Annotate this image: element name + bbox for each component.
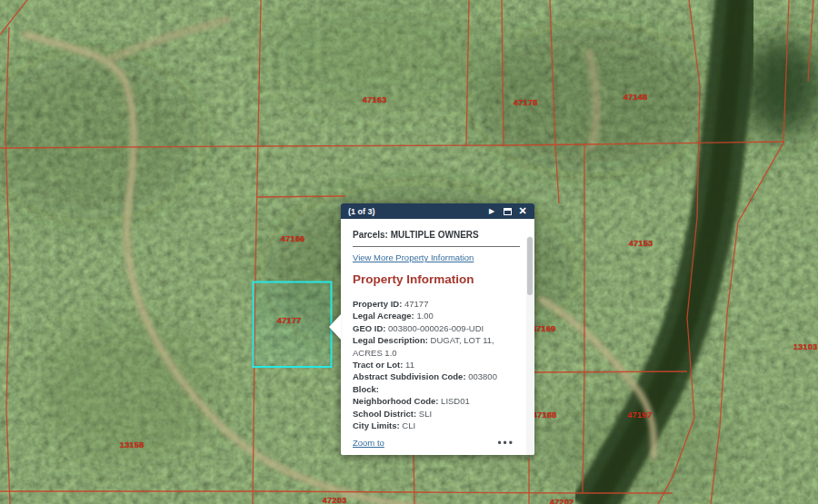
property-field: GEO ID: 003800-000026-009-UDI bbox=[353, 322, 514, 334]
maximize-icon bbox=[504, 208, 512, 215]
parcel-label: 13158 bbox=[120, 440, 145, 450]
property-popup: (1 of 3) ▶ ✕ Parcels: MULTIPLE OWNERS Vi… bbox=[341, 203, 534, 455]
popup-title: Parcels: MULTIPLE OWNERS bbox=[353, 230, 518, 240]
property-field: City Limits: CLI bbox=[353, 420, 514, 431]
close-button[interactable]: ✕ bbox=[516, 204, 529, 218]
property-field: Property ID: 47177 bbox=[353, 298, 514, 310]
parcel-label: 47166 bbox=[281, 234, 305, 243]
parcel-label: 47177 bbox=[277, 316, 302, 325]
next-feature-button[interactable]: ▶ bbox=[485, 204, 498, 218]
parcel-label: 47169 bbox=[532, 324, 556, 333]
popup-footer: Zoom to ••• bbox=[353, 438, 514, 448]
property-field: Legal Acreage: 1.00 bbox=[353, 310, 514, 321]
parcel-label: 47202 bbox=[550, 498, 574, 504]
divider bbox=[353, 246, 520, 247]
popup-body: Parcels: MULTIPLE OWNERS View More Prope… bbox=[341, 219, 534, 455]
parcel-label: 47148 bbox=[623, 93, 648, 102]
property-field: Block: bbox=[353, 383, 514, 395]
parcel-label: 47153 bbox=[629, 239, 653, 248]
parcel-label: 47163 bbox=[363, 95, 387, 104]
more-options-button[interactable]: ••• bbox=[497, 440, 514, 446]
section-heading: Property Information bbox=[353, 272, 520, 286]
parcel-label: 47197 bbox=[628, 410, 653, 420]
parcel-label: 47188 bbox=[533, 410, 557, 420]
parcel-label: 47178 bbox=[514, 98, 538, 107]
parcel-label: 13103 bbox=[793, 342, 818, 351]
map-viewport[interactable]: 4716347178471484716647177471534716913103… bbox=[0, 0, 818, 504]
property-field: School District: SLI bbox=[353, 408, 514, 420]
scrollbar-thumb[interactable] bbox=[527, 237, 533, 295]
property-field: Legal Description: DUGAT, LOT 11, ACRES … bbox=[353, 334, 514, 359]
close-icon: ✕ bbox=[518, 206, 526, 216]
popup-pager: (1 of 3) bbox=[348, 207, 483, 216]
zoom-to-link[interactable]: Zoom to bbox=[353, 438, 384, 448]
more-property-info-link[interactable]: View More Property Information bbox=[353, 252, 474, 262]
parcel-label: 47203 bbox=[323, 496, 347, 504]
popup-anchor-arrow bbox=[329, 314, 341, 340]
popup-fields: Property ID: 47177Legal Acreage: 1.00GEO… bbox=[353, 298, 514, 431]
property-field: Tract or Lot: 11 bbox=[353, 359, 514, 371]
popup-header: (1 of 3) ▶ ✕ bbox=[341, 203, 534, 219]
popup-scrollbar[interactable] bbox=[526, 236, 534, 455]
next-arrow-icon: ▶ bbox=[489, 208, 494, 215]
property-field: Neighborhood Code: LISD01 bbox=[353, 395, 514, 407]
property-field: Abstract Subdivision Code: 003800 bbox=[353, 371, 514, 382]
maximize-button[interactable] bbox=[501, 204, 514, 218]
